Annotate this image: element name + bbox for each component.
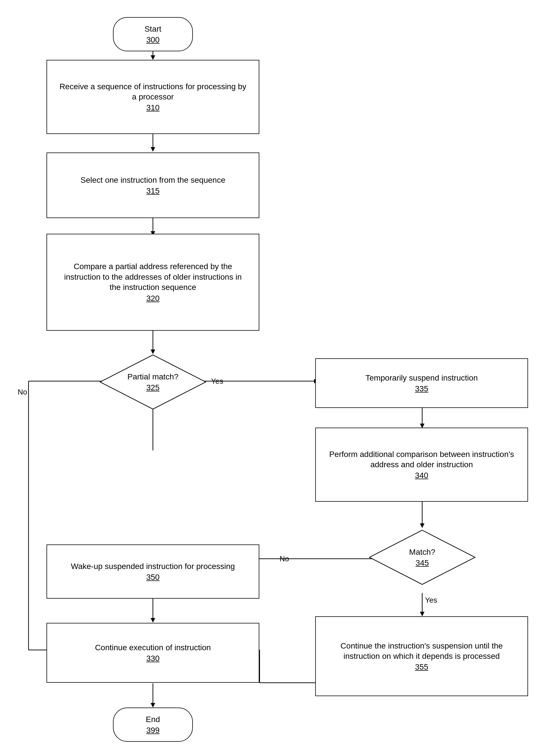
end-node: End 399: [113, 708, 193, 742]
node-330-id: 330: [146, 654, 160, 663]
node-310: Receive a sequence of instructions for p…: [46, 60, 259, 134]
diamond-345: Match? 345: [368, 529, 476, 586]
node-310-id: 310: [146, 103, 160, 112]
label-yes-325: Yes: [211, 377, 223, 386]
svg-marker-30: [151, 703, 155, 708]
diamond-325-id: 325: [146, 383, 160, 392]
node-335-id: 335: [415, 384, 429, 393]
svg-marker-17: [151, 618, 155, 623]
node-350-label: Wake-up suspended instruction for proces…: [71, 561, 235, 572]
node-355-id: 355: [415, 662, 429, 672]
svg-marker-13: [420, 523, 425, 528]
node-330-label: Continue execution of instruction: [95, 643, 211, 653]
node-330: Continue execution of instruction 330: [46, 623, 259, 683]
flowchart: Start 300 Receive a sequence of instruct…: [0, 0, 548, 756]
start-node: Start 300: [113, 17, 193, 51]
start-id: 300: [128, 35, 178, 44]
end-label: End: [128, 714, 178, 725]
node-315: Select one instruction from the sequence…: [46, 153, 259, 218]
node-350-id: 350: [146, 573, 160, 582]
diamond-345-id: 345: [416, 558, 429, 568]
node-320-id: 320: [146, 294, 160, 303]
node-340: Perform additional comparison between in…: [315, 428, 528, 502]
diamond-325-label: Partial match?: [127, 372, 178, 382]
svg-marker-19: [420, 612, 425, 616]
node-315-label: Select one instruction from the sequence: [80, 175, 225, 185]
node-340-id: 340: [415, 471, 429, 480]
label-no-345: No: [280, 554, 289, 563]
diamond-345-label: Match?: [409, 547, 435, 557]
node-335-label: Temporarily suspend instruction: [366, 373, 478, 383]
svg-marker-3: [151, 147, 155, 152]
start-label: Start: [128, 24, 178, 34]
node-315-id: 315: [146, 186, 160, 196]
node-320: Compare a partial address referenced by …: [46, 234, 259, 331]
node-335: Temporarily suspend instruction 335: [315, 358, 528, 408]
diamond-325: Partial match? 325: [99, 353, 207, 410]
node-340-label: Perform additional comparison between in…: [327, 449, 516, 470]
node-320-label: Compare a partial address referenced by …: [58, 261, 247, 292]
node-350: Wake-up suspended instruction for proces…: [46, 544, 259, 599]
label-no-325: No: [18, 388, 27, 397]
end-id: 399: [128, 726, 178, 735]
svg-marker-1: [151, 55, 155, 60]
node-310-label: Receive a sequence of instructions for p…: [58, 82, 247, 102]
node-355-label: Continue the instruction's suspension un…: [327, 641, 516, 662]
node-355: Continue the instruction's suspension un…: [315, 616, 528, 696]
label-yes-345: Yes: [425, 596, 437, 605]
